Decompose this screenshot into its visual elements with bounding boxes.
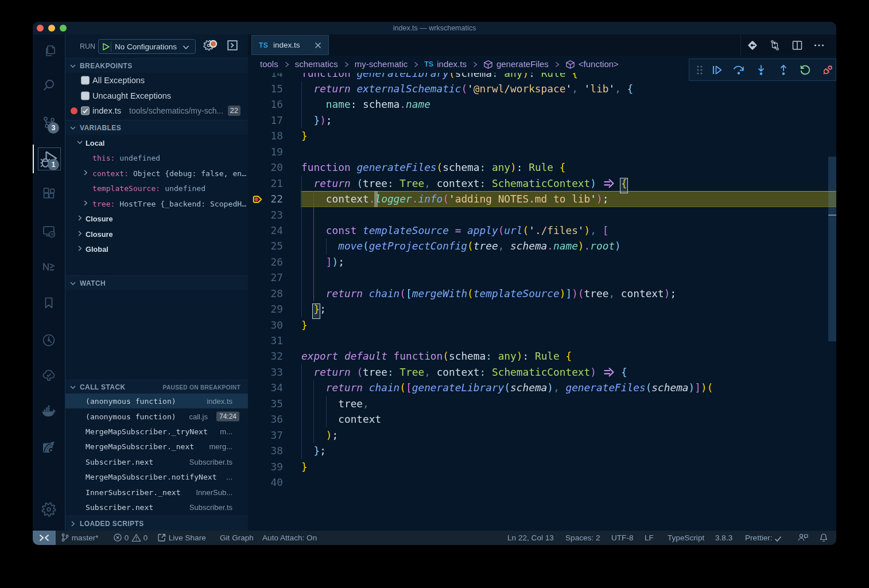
variables-row[interactable]: context: Object {debug: false, en… [65,166,248,181]
status-indentation[interactable]: Spaces: 2 [565,531,600,545]
activity-bar-item-bookmarks[interactable] [33,289,65,317]
code-line[interactable]: 35 tree, [248,396,836,411]
status-cursor-position[interactable]: Ln 22, Col 13 [507,531,554,545]
run-configuration-dropdown[interactable]: No Configurations [98,39,196,54]
variables-row[interactable]: templateSource: undefined [65,181,248,196]
breakpoint-checkbox[interactable] [81,91,90,100]
code-line[interactable]: 40 [248,474,836,490]
debug-toolbar-continue[interactable] [708,59,726,80]
status-encoding[interactable]: UTF-8 [611,531,634,545]
debug-toolbar-restart[interactable] [797,59,814,80]
editor-action-open-changes[interactable] [745,38,760,53]
code-line[interactable]: 36 context [248,411,836,427]
code-line[interactable]: 25 move(getProjectConfig(tree, schema.na… [248,238,836,254]
call-stack-frame[interactable]: Subscriber.nextSubscriber.ts [65,454,248,469]
variables-row[interactable]: Global [65,242,248,257]
breadcrumb-item[interactable]: generateFiles [483,56,549,73]
activity-bar-item-source-control[interactable]: 3 [33,108,65,137]
call-stack-frame[interactable]: (anonymous function)call.js74:24 [65,408,248,423]
status-ts-version[interactable]: 3.8.3 [715,531,732,545]
code-line[interactable]: 22 context.logger.info('adding NOTES.md … [248,191,836,207]
code-line[interactable]: 32export default function(schema: any): … [248,348,836,364]
activity-bar-item-explorer[interactable] [33,36,65,65]
breadcrumb-item[interactable]: <function> [565,56,619,73]
debug-toolbar-step-over[interactable] [730,59,747,80]
editor-action-split-editor[interactable] [790,38,805,53]
code-line[interactable]: 29 }; [248,301,836,317]
activity-bar-item-nx-console[interactable] [33,252,65,281]
call-stack-frame[interactable]: (anonymous function)index.ts [65,394,248,408]
status-remote-indicator[interactable] [33,531,56,545]
call-stack-frame[interactable]: MergeMapSubscriber._nextmerg... [65,439,248,454]
activity-bar-item-share[interactable] [33,433,65,462]
status-live-share[interactable]: Live Share [157,531,206,545]
status-eol[interactable]: LF [645,531,654,545]
section-header-watch[interactable]: WATCH [65,275,248,290]
variables-row[interactable]: Local [65,135,248,151]
activity-bar-item-manage[interactable] [33,495,65,524]
activity-bar-item-todo-tree[interactable] [33,361,65,390]
start-debug-icon[interactable] [101,42,111,54]
code-line[interactable]: 39} [248,459,836,474]
code-line[interactable]: 31 [248,333,836,348]
breadcrumb-item[interactable]: schematics [295,56,338,73]
call-stack-frame[interactable]: Subscriber.nextSubscriber.ts [65,500,248,515]
activity-bar-item-run-debug[interactable]: 1 [33,145,65,173]
section-header-call-stack[interactable]: CALL STACKPAUSED ON BREAKPOINT [65,380,248,394]
breakpoint-row[interactable]: Uncaught Exceptions [65,88,248,104]
status-auto-attach[interactable]: Auto Attach: On [262,531,317,545]
status-feedback[interactable] [797,531,809,545]
variables-row[interactable]: Closure [65,211,248,227]
code-line[interactable]: 16 name: schema.name [248,96,836,112]
status-language[interactable]: TypeScript [668,531,704,545]
code-line[interactable]: 18} [248,128,836,143]
open-debug-console-icon[interactable] [227,40,238,53]
code-line[interactable]: 37 ); [248,427,836,443]
breakpoint-checkbox[interactable] [81,76,90,85]
tab-index-ts[interactable]: TS index.ts [251,35,329,55]
call-stack-frame[interactable]: InnerSubscriber._nextInnerSub... [65,484,248,499]
title-bar[interactable]: index.ts — wrkschematics [33,22,836,34]
scrollbar-slider[interactable] [828,157,836,341]
debug-toolbar-disconnect[interactable] [819,59,836,80]
breakpoint-row[interactable]: index.tstools/schematics/my-sch...22 [65,103,248,119]
variables-row[interactable]: tree: HostTree {_backend: ScopedH… [65,196,248,212]
breadcrumb-item[interactable]: TSindex.ts [424,56,467,73]
status-branch[interactable]: master* [61,531,99,545]
code-line[interactable]: 38 }; [248,443,836,458]
code-line[interactable]: 34 return chain([generateLibrary(schema)… [248,380,836,395]
status-errors[interactable]: 0 [113,531,129,545]
call-stack-frame[interactable]: MergeMapSubscriber._tryNextm... [65,424,248,439]
code-line[interactable]: 23 [248,207,836,223]
activity-bar-item-extensions[interactable] [33,180,65,208]
editor-action-more-actions[interactable] [812,38,827,53]
section-header-variables[interactable]: VARIABLES [65,120,248,135]
status-prettier[interactable]: Prettier: [745,531,782,545]
code-line[interactable]: 33 return (tree: Tree, context: Schemati… [248,364,836,380]
code-line[interactable]: 17 }); [248,112,836,128]
call-stack-frame[interactable]: MergeMapSubscriber.notifyNext... [65,469,248,484]
code-line[interactable]: 21 return (tree: Tree, context: Schemati… [248,176,836,191]
activity-bar-item-history[interactable] [33,326,65,355]
debug-toolbar-step-out[interactable] [775,59,792,80]
code-line[interactable]: 27 [248,270,836,285]
code-line[interactable]: 26 ]); [248,254,836,270]
debug-toolbar-step-into[interactable] [752,59,770,80]
activity-bar-item-remote-explorer[interactable] [33,217,65,246]
code-line[interactable]: 28 return chain([mergeWith(templateSourc… [248,286,836,301]
breadcrumb-item[interactable]: tools [260,56,278,73]
variables-row[interactable]: Closure [65,227,248,242]
code-line[interactable]: 19 [248,144,836,159]
activity-bar-item-search[interactable] [33,71,65,99]
code-line[interactable]: 30} [248,317,836,333]
breadcrumb-item[interactable]: my-schematic [355,56,408,73]
activity-bar-item-docker[interactable] [33,398,65,426]
debug-current-line-arrow-icon[interactable] [253,194,262,207]
code-line[interactable]: 15 return externalSchematic('@nrwl/works… [248,81,836,96]
code-viewport[interactable]: 14function generateLibrary(schema: any):… [248,73,836,531]
status-notifications[interactable] [819,531,828,545]
section-header-breakpoints[interactable]: BREAKPOINTS [65,58,248,73]
editor-action-switch-editor[interactable] [767,38,782,53]
status-git-graph[interactable]: Git Graph [220,531,254,545]
breakpoint-row[interactable]: All Exceptions [65,73,248,88]
